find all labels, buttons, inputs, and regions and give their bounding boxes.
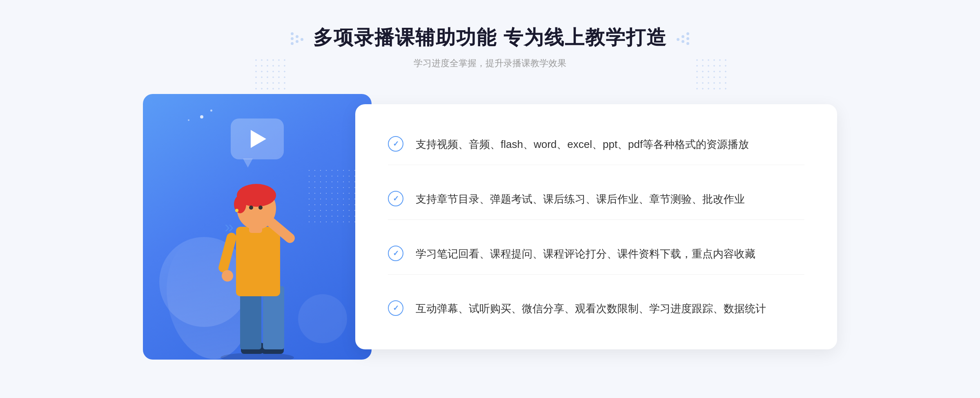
sparkle-3: [188, 119, 189, 121]
check-mark-4: ✓: [393, 304, 399, 313]
subtitle: 学习进度全掌握，提升录播课教学效果: [291, 57, 689, 69]
play-icon: [251, 130, 266, 148]
svg-point-15: [235, 209, 238, 212]
deco-dots-right: [694, 57, 727, 90]
dot: [291, 32, 294, 35]
dot: [686, 37, 689, 40]
title-deco-left: [291, 32, 303, 45]
svg-point-13: [249, 206, 253, 210]
svg-rect-6: [218, 232, 238, 274]
title-deco-right: [677, 32, 689, 45]
check-mark-1: ✓: [393, 139, 399, 148]
dot: [301, 38, 303, 41]
dot: [686, 42, 689, 45]
content-area: »: [143, 94, 837, 360]
sparkle-2: [210, 110, 212, 112]
feature-text-2: 支持章节目录、弹题考试、课后练习、课后作业、章节测验、批改作业: [416, 191, 745, 208]
dot: [296, 35, 298, 38]
dot: [686, 32, 689, 35]
dot: [296, 40, 298, 43]
check-circle-3: ✓: [388, 246, 403, 261]
deco-chevron-icon: »: [225, 218, 234, 236]
check-mark-3: ✓: [393, 249, 399, 258]
check-circle-4: ✓: [388, 300, 403, 316]
sparkle-1: [200, 115, 203, 119]
dot: [291, 37, 294, 40]
dot: [291, 42, 294, 45]
check-circle-2: ✓: [388, 191, 403, 206]
title-row: 多项录播课辅助功能 专为线上教学打造: [291, 25, 689, 51]
svg-point-7: [222, 270, 233, 282]
check-circle-1: ✓: [388, 136, 403, 152]
svg-rect-5: [236, 227, 280, 296]
page-wrapper: 多项录播课辅助功能 专为线上教学打造 学习进度全掌握，提升录播课教学效果: [0, 0, 980, 398]
header-section: 多项录播课辅助功能 专为线上教学打造 学习进度全掌握，提升录播课教学效果: [291, 25, 689, 69]
main-title: 多项录播课辅助功能 专为线上教学打造: [313, 25, 666, 51]
feature-item-4: ✓ 互动弹幕、试听购买、微信分享、观看次数限制、学习进度跟踪、数据统计: [388, 289, 804, 329]
feature-text-4: 互动弹幕、试听购买、微信分享、观看次数限制、学习进度跟踪、数据统计: [416, 300, 766, 318]
deco-dots-left: [253, 57, 286, 90]
illustration-card: [143, 94, 372, 360]
feature-text-3: 学习笔记回看、课程提问、课程评论打分、课件资料下载，重点内容收藏: [416, 246, 755, 263]
dot: [682, 40, 684, 43]
feature-item-1: ✓ 支持视频、音频、flash、word、excel、ppt、pdf等各种格式的…: [388, 125, 804, 165]
feature-text-1: 支持视频、音频、flash、word、excel、ppt、pdf等各种格式的资源…: [416, 136, 749, 153]
dot: [677, 38, 679, 41]
content-panel: ✓ 支持视频、音频、flash、word、excel、ppt、pdf等各种格式的…: [355, 104, 837, 349]
check-mark-2: ✓: [393, 194, 399, 203]
person-figure: [192, 147, 323, 360]
feature-item-2: ✓ 支持章节目录、弹题考试、课后练习、课后作业、章节测验、批改作业: [388, 179, 804, 220]
svg-point-14: [258, 206, 263, 210]
dot: [682, 35, 684, 38]
feature-item-3: ✓ 学习笔记回看、课程提问、课程评论打分、课件资料下载，重点内容收藏: [388, 234, 804, 275]
